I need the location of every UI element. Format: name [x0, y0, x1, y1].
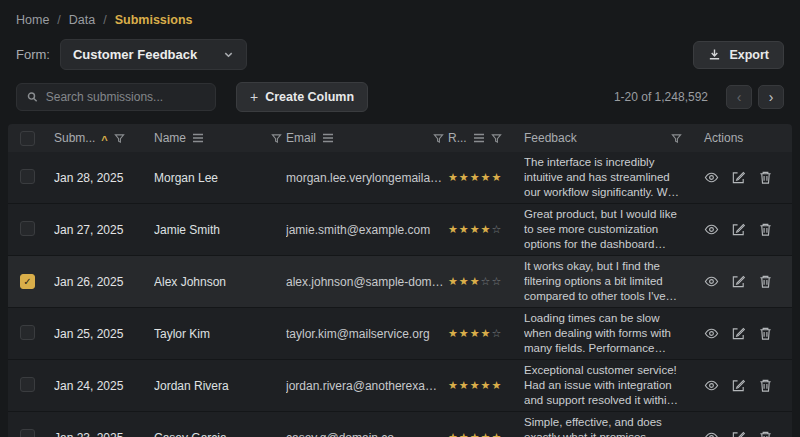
view-button[interactable] — [704, 274, 719, 289]
column-label: Feedback — [524, 131, 577, 145]
edit-button[interactable] — [731, 326, 746, 341]
eye-icon — [704, 170, 719, 185]
view-button[interactable] — [704, 378, 719, 393]
trash-icon — [758, 222, 773, 237]
view-button[interactable] — [704, 326, 719, 341]
cell-feedback: Loading times can be slow when dealing w… — [524, 311, 696, 355]
cell-feedback: Great product, but I would like to see m… — [524, 207, 696, 251]
cell-actions — [700, 170, 786, 185]
view-button[interactable] — [704, 222, 719, 237]
next-page-button[interactable]: › — [758, 85, 784, 109]
row-checkbox[interactable] — [20, 221, 35, 236]
trash-icon — [758, 170, 773, 185]
menu-icon[interactable] — [473, 133, 485, 143]
view-button[interactable] — [704, 430, 719, 437]
delete-button[interactable] — [758, 378, 773, 393]
edit-button[interactable] — [731, 170, 746, 185]
stars-filled: ★★★★★ — [448, 431, 502, 437]
table-row[interactable]: Jan 23, 2025 Casey Garcia casey.g@domain… — [8, 412, 792, 437]
column-label: Name — [154, 131, 186, 145]
cell-rating: ★★★★☆ — [448, 327, 520, 340]
eye-icon — [704, 326, 719, 341]
table-row[interactable]: Jan 25, 2025 Taylor Kim taylor.kim@mails… — [8, 308, 792, 360]
filter-icon[interactable] — [491, 133, 502, 144]
edit-button[interactable] — [731, 222, 746, 237]
trash-icon — [758, 430, 773, 437]
chevron-down-icon — [223, 49, 234, 60]
column-header-feedback[interactable]: Feedback — [524, 131, 696, 145]
delete-button[interactable] — [758, 326, 773, 341]
menu-icon[interactable] — [322, 133, 334, 143]
filter-icon[interactable] — [433, 133, 444, 144]
breadcrumb-item[interactable]: Home — [16, 13, 49, 27]
cell-email: jordan.rivera@anotherexam... — [286, 379, 444, 393]
cell-feedback: The interface is incredibly intuitive an… — [524, 155, 696, 199]
cell-submitted-date: Jan 26, 2025 — [54, 275, 150, 289]
stars-filled: ★★★★ — [448, 327, 491, 339]
breadcrumb-separator: / — [57, 13, 60, 27]
filter-icon[interactable] — [271, 133, 282, 144]
prev-page-button[interactable]: ‹ — [726, 85, 752, 109]
edit-button[interactable] — [731, 274, 746, 289]
export-button[interactable]: Export — [693, 41, 784, 69]
cell-name: Alex Johnson — [154, 275, 282, 289]
filter-icon[interactable] — [114, 133, 125, 144]
column-header-email[interactable]: Email — [286, 131, 444, 145]
row-checkbox[interactable] — [20, 377, 35, 392]
form-label: Form: — [16, 47, 50, 62]
breadcrumb-item[interactable]: Submissions — [115, 13, 193, 27]
stars-filled: ★★★★ — [448, 223, 491, 235]
download-icon — [708, 48, 721, 61]
column-header-rating[interactable]: R... — [448, 131, 520, 145]
table-row[interactable]: Jan 27, 2025 Jamie Smith jamie.smith@exa… — [8, 204, 792, 256]
column-header-submitted[interactable]: Subm... ^ — [54, 131, 150, 145]
table-row[interactable]: ✓ Jan 26, 2025 Alex Johnson alex.johnson… — [8, 256, 792, 308]
row-checkbox[interactable]: ✓ — [20, 274, 35, 289]
delete-button[interactable] — [758, 430, 773, 437]
cell-feedback: Simple, effective, and does exactly what… — [524, 415, 696, 437]
column-header-name[interactable]: Name — [154, 131, 282, 145]
submissions-table: Subm... ^ Name Email R... — [8, 124, 792, 437]
submissions-page: Home/Data/Submissions Form: Customer Fee… — [0, 0, 800, 437]
filter-icon[interactable] — [671, 133, 682, 144]
view-button[interactable] — [704, 170, 719, 185]
cell-name: Taylor Kim — [154, 327, 282, 341]
menu-icon[interactable] — [192, 133, 204, 143]
row-checkbox[interactable] — [20, 429, 35, 437]
pagination-range: 1-20 of 1,248,592 — [614, 90, 708, 104]
trash-icon — [758, 274, 773, 289]
row-checkbox[interactable] — [20, 325, 35, 340]
form-select[interactable]: Customer Feedback — [60, 39, 247, 70]
stars-empty: ☆ — [491, 327, 502, 339]
cell-submitted-date: Jan 25, 2025 — [54, 327, 150, 341]
column-label: Subm... — [54, 131, 95, 145]
edit-button[interactable] — [731, 378, 746, 393]
sort-asc-icon: ^ — [101, 136, 107, 144]
search-icon — [27, 91, 38, 103]
cell-rating: ★★★☆☆ — [448, 275, 520, 288]
trash-icon — [758, 378, 773, 393]
row-checkbox[interactable] — [20, 169, 35, 184]
cell-actions — [700, 326, 786, 341]
edit-button[interactable] — [731, 430, 746, 437]
create-column-button[interactable]: + Create Column — [236, 82, 368, 112]
stars-filled: ★★★★★ — [448, 379, 502, 391]
breadcrumb-item[interactable]: Data — [69, 13, 95, 27]
select-all-checkbox[interactable] — [20, 131, 35, 146]
search-input[interactable] — [46, 90, 205, 104]
table-row[interactable]: Jan 28, 2025 Morgan Lee morgan.lee.veryl… — [8, 152, 792, 204]
table-body: Jan 28, 2025 Morgan Lee morgan.lee.veryl… — [8, 152, 792, 437]
delete-button[interactable] — [758, 274, 773, 289]
edit-icon — [731, 222, 746, 237]
delete-button[interactable] — [758, 222, 773, 237]
cell-email: jamie.smith@example.com — [286, 223, 444, 237]
table-row[interactable]: Jan 24, 2025 Jordan Rivera jordan.rivera… — [8, 360, 792, 412]
cell-email: taylor.kim@mailservice.org — [286, 327, 444, 341]
breadcrumb: Home/Data/Submissions — [0, 0, 800, 27]
cell-name: Jordan Rivera — [154, 379, 282, 393]
column-label: Email — [286, 131, 316, 145]
form-select-value: Customer Feedback — [73, 47, 197, 62]
delete-button[interactable] — [758, 170, 773, 185]
edit-icon — [731, 274, 746, 289]
eye-icon — [704, 430, 719, 437]
